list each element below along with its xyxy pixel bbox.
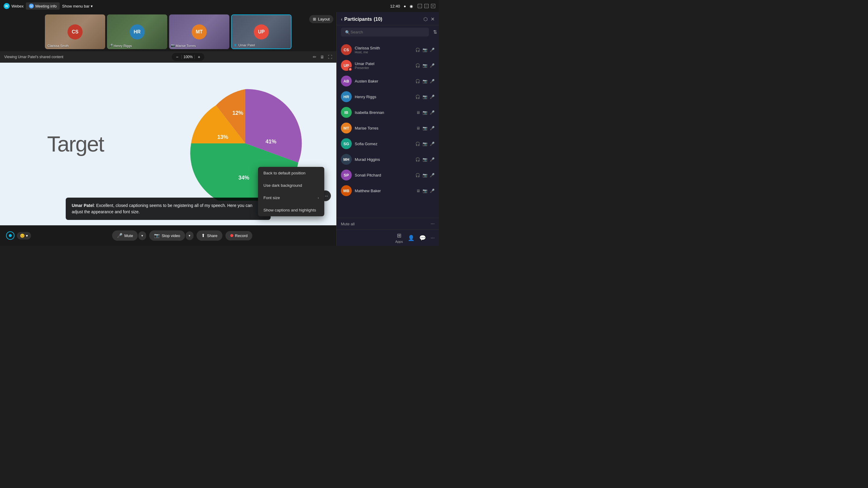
mute-all-label: Mute all <box>341 222 355 226</box>
participant-item-clarissa[interactable]: CS Clarissa Smith Host, me 🎧 📷 🎤 <box>337 42 439 58</box>
tabs-more-button[interactable]: ··· <box>431 235 435 241</box>
layout-button[interactable]: ⊞ Layout <box>309 15 333 23</box>
mic-muted-icon: 🎤 <box>109 44 113 47</box>
caption-overlay: ✕ Umar Patel: Excellent, closed captioni… <box>66 198 271 220</box>
fullscreen-icon[interactable]: ⛶ <box>328 55 332 59</box>
avatar-sofia: SG <box>341 138 352 149</box>
participant-icons-austen: 🎧 📷 🎤 <box>415 79 435 84</box>
participant-item-isabella[interactable]: IB Isabella Brennan 🖥 📷 🎤 <box>337 104 439 120</box>
viewing-text: Viewing Umar Patel's shared content <box>4 55 63 59</box>
layout-icon: ⊞ <box>313 17 316 22</box>
participant-info-sonali: Sonali Pitchard <box>355 173 412 177</box>
thumbnail-henry[interactable]: HR 🎤 Henry Riggs <box>107 14 167 49</box>
video-chevron-button[interactable]: ▾ <box>186 231 193 240</box>
thumbnail-clarissa[interactable]: CS Clarissa Smith <box>45 14 105 49</box>
title-bar: W Webex M Meeting info Show menu bar ▾ 1… <box>0 0 439 12</box>
avatar-sonali: SP <box>341 170 352 181</box>
context-back-default[interactable]: Back to default position <box>258 167 324 179</box>
panel-more-button[interactable]: ··· <box>431 221 435 227</box>
thumbnail-umar[interactable]: UP 🎙 Umar Patel <box>231 14 291 49</box>
sort-button[interactable]: ⇅ <box>433 29 437 35</box>
participant-item-austen[interactable]: AB Austen Baker 🎧 📷 🎤 <box>337 73 439 89</box>
thumbnail-clarissa-label: Clarissa Smith <box>47 44 69 47</box>
participant-icons-sofia: 🎧 📷 🎤 <box>415 141 435 146</box>
participant-item-marise[interactable]: MT Marise Torres 🖥 📷 🎤 <box>337 120 439 136</box>
apps-tab-button[interactable]: ⊞ Apps <box>396 232 403 243</box>
mic-muted-icon-sonali: 🎤 <box>430 173 435 177</box>
meeting-info-button[interactable]: M Meeting info <box>26 2 60 10</box>
thumbnail-marise-label: Marise Torres <box>176 44 195 47</box>
stop-video-button[interactable]: 📷 Stop video <box>149 230 185 241</box>
headset-icon-sonali: 🎧 <box>415 173 420 177</box>
participant-info-sofia: Sofia Gomez <box>355 141 412 146</box>
popout-button[interactable]: ⬡ <box>424 16 428 22</box>
chat-tab-button[interactable]: 💬 <box>419 235 426 241</box>
context-show-captions[interactable]: Show captions and highlights <box>258 204 324 216</box>
participant-icons-sonali: 🎧 📷 🎤 <box>415 173 435 177</box>
mute-chevron-button[interactable]: ▾ <box>138 231 146 240</box>
panel-footer: Mute all ··· <box>337 218 439 230</box>
people-tab-button[interactable]: 👤 <box>408 235 414 241</box>
participant-name-marise: Marise Torres <box>355 126 413 130</box>
mute-all-button[interactable]: Mute all <box>341 222 355 226</box>
presentation-area: Target 41% 34% <box>0 63 336 225</box>
thumbnail-marise[interactable]: MT 📷 Marise Torres <box>169 14 229 49</box>
minimize-button[interactable]: − <box>418 4 422 8</box>
chevron-collapse-icon[interactable]: ‹ <box>341 17 342 22</box>
participant-icons-henry: 🎧 📷 🎤 <box>415 95 435 99</box>
participant-item-matthew[interactable]: MB Matthew Baker 🖥 📷 🎤 <box>337 183 439 198</box>
participant-name-isabella: Isabella Brennan <box>355 110 413 115</box>
headset-icon-clarissa: 🎧 <box>415 47 420 52</box>
context-dark-bg[interactable]: Use dark background <box>258 179 324 192</box>
avatar-henry: HR <box>341 91 352 102</box>
mic-icon: 🎤 <box>117 233 123 238</box>
zoom-in-button[interactable]: + <box>196 54 202 60</box>
bottom-toolbar: 😊 ▾ 🎤 Mute ▾ 📷 Stop video ▾ ⬆ Share <box>0 225 336 246</box>
app-name: Webex <box>11 4 24 8</box>
participant-name-umar: Umar Patel <box>355 61 412 66</box>
annotate-icon[interactable]: ✏ <box>313 55 316 59</box>
pie-label-41: 41% <box>266 138 276 144</box>
participant-info-matthew: Matthew Baker <box>355 189 413 193</box>
participant-item-sonali[interactable]: SP Sonali Pitchard 🎧 📷 🎤 <box>337 167 439 183</box>
participant-role-clarissa: Host, me <box>355 50 412 54</box>
monitor-icon-matthew: 🖥 <box>416 189 420 193</box>
show-captions-label: Show captions and highlights <box>264 208 316 213</box>
participant-item-sofia[interactable]: SG Sofia Gomez 🎧 📷 🎤 <box>337 136 439 152</box>
maximize-button[interactable]: □ <box>424 4 429 8</box>
panel-header: ‹ Participants (10) ⬡ ✕ <box>337 12 439 25</box>
mute-button[interactable]: 🎤 Mute <box>112 230 138 241</box>
zoom-out-button[interactable]: − <box>174 54 180 60</box>
close-button[interactable]: ✕ <box>431 4 435 8</box>
camera-icon-austen: 📷 <box>423 79 427 84</box>
search-input[interactable] <box>341 28 429 36</box>
participant-item-murad[interactable]: MH Murad Higgins 🎧 📷 🎤 <box>337 152 439 167</box>
bottom-panel-tabs: ⊞ Apps 👤 💬 ··· <box>337 230 439 246</box>
participant-info-clarissa: Clarissa Smith Host, me <box>355 46 412 54</box>
mic-icon-clarissa: 🎤 <box>430 47 435 52</box>
participant-item-umar[interactable]: UP P Umar Patel Presenter 🎧 📷 🎤 <box>337 58 439 73</box>
context-font-size[interactable]: Font size › <box>258 192 324 204</box>
dark-bg-label: Use dark background <box>264 183 302 188</box>
pie-label-13: 13% <box>217 134 228 140</box>
pie-label-34: 34% <box>239 175 249 181</box>
webex-icon: W <box>4 3 10 9</box>
share-icon: ⬆ <box>201 233 205 238</box>
clock: 12:40 <box>390 4 400 8</box>
participant-info-umar: Umar Patel Presenter <box>355 61 412 70</box>
screen-icon[interactable]: 🖥 <box>320 55 324 59</box>
mic-muted-icon-marise: 🎤 <box>430 126 435 130</box>
participant-icons-clarissa: 🎧 📷 🎤 <box>415 47 435 52</box>
participant-item-henry[interactable]: HR Henry Riggs 🎧 📷 🎤 <box>337 89 439 104</box>
camera-icon-isabella: 📷 <box>423 110 427 115</box>
share-button[interactable]: ⬆ Share <box>196 230 222 241</box>
participant-icons-murad: 🎧 📷 🎤 <box>415 157 435 162</box>
content-area: CS Clarissa Smith HR 🎤 Henry Riggs MT 📷 … <box>0 12 336 246</box>
close-panel-button[interactable]: ✕ <box>431 16 435 22</box>
camera-icon-clarissa: 📷 <box>423 47 427 52</box>
show-menu-button[interactable]: Show menu bar ▾ <box>62 4 93 8</box>
participant-name-sonali: Sonali Pitchard <box>355 173 412 177</box>
record-button[interactable]: Record <box>225 231 253 240</box>
reactions-button[interactable]: 😊 ▾ <box>17 232 31 239</box>
mic-muted-icon-isabella: 🎤 <box>430 110 435 115</box>
